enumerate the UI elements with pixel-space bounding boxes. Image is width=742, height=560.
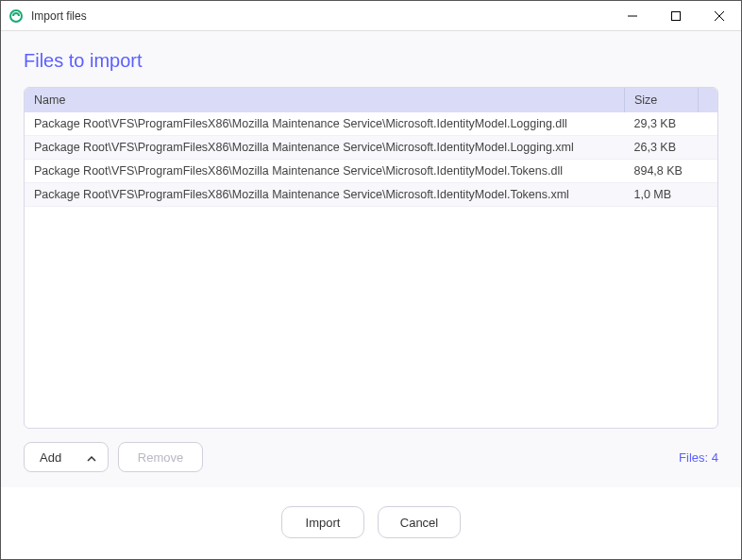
files-table-container: Name Size Package Root\VFS\ProgramFilesX… <box>24 87 718 429</box>
files-table: Name Size Package Root\VFS\ProgramFilesX… <box>25 88 717 207</box>
maximize-button[interactable] <box>654 1 698 30</box>
cell-name: Package Root\VFS\ProgramFilesX86\Mozilla… <box>25 136 625 160</box>
content-area: Files to import Name Size Package Root\V… <box>1 31 741 487</box>
toolbar: Add Remove Files: 4 <box>24 442 718 472</box>
table-row[interactable]: Package Root\VFS\ProgramFilesX86\Mozilla… <box>25 160 717 183</box>
remove-button: Remove <box>118 442 203 472</box>
cell-name: Package Root\VFS\ProgramFilesX86\Mozilla… <box>25 112 625 136</box>
file-count-label: Files: 4 <box>679 450 718 465</box>
footer: Import Cancel <box>1 487 741 559</box>
remove-button-label: Remove <box>138 450 183 465</box>
cell-size: 26,3 KB <box>625 136 699 160</box>
table-row[interactable]: Package Root\VFS\ProgramFilesX86\Mozilla… <box>25 112 717 136</box>
app-icon <box>8 8 24 24</box>
window-controls <box>611 1 741 30</box>
table-row[interactable]: Package Root\VFS\ProgramFilesX86\Mozilla… <box>25 136 717 160</box>
column-header-extra <box>699 88 718 112</box>
chevron-up-icon <box>87 450 96 465</box>
add-button[interactable]: Add <box>24 442 109 472</box>
minimize-button[interactable] <box>611 1 654 30</box>
column-header-size[interactable]: Size <box>625 88 699 112</box>
cell-size: 29,3 KB <box>625 112 699 136</box>
titlebar: Import files <box>1 1 741 31</box>
add-button-label: Add <box>40 450 61 465</box>
column-header-name[interactable]: Name <box>25 88 625 112</box>
svg-point-0 <box>10 10 22 22</box>
page-title: Files to import <box>24 50 718 72</box>
cell-size: 1,0 MB <box>625 183 699 207</box>
import-button[interactable]: Import <box>281 506 364 538</box>
table-row[interactable]: Package Root\VFS\ProgramFilesX86\Mozilla… <box>25 183 717 207</box>
window-title: Import files <box>31 9 611 23</box>
cell-name: Package Root\VFS\ProgramFilesX86\Mozilla… <box>25 183 625 207</box>
svg-rect-2 <box>672 11 681 20</box>
cell-name: Package Root\VFS\ProgramFilesX86\Mozilla… <box>25 160 625 183</box>
cell-size: 894,8 KB <box>625 160 699 183</box>
import-files-window: Import files Files to import Name Size <box>0 0 742 560</box>
close-button[interactable] <box>698 1 741 30</box>
cancel-button[interactable]: Cancel <box>378 506 461 538</box>
